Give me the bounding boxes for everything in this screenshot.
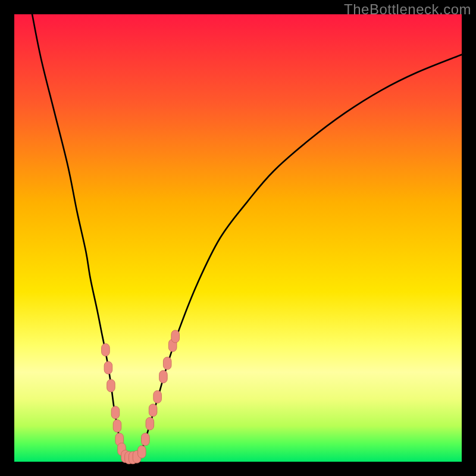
marker-dot (171, 330, 180, 343)
marker-dot (163, 357, 171, 369)
marker-dot (107, 380, 115, 392)
marker-dot (102, 343, 110, 356)
chart-frame: TheBottleneck.com (0, 0, 476, 476)
marker-dot (154, 390, 162, 403)
marker-dot (146, 418, 154, 430)
marker-dot (104, 362, 112, 374)
marker-dot (113, 419, 121, 432)
marker-dot (138, 446, 146, 458)
chart-svg (14, 14, 462, 462)
marker-dot (142, 433, 150, 446)
marker-dot (111, 406, 120, 419)
curve-right-branch (140, 55, 462, 456)
marker-dot (159, 371, 168, 383)
marker-dot (149, 404, 157, 416)
